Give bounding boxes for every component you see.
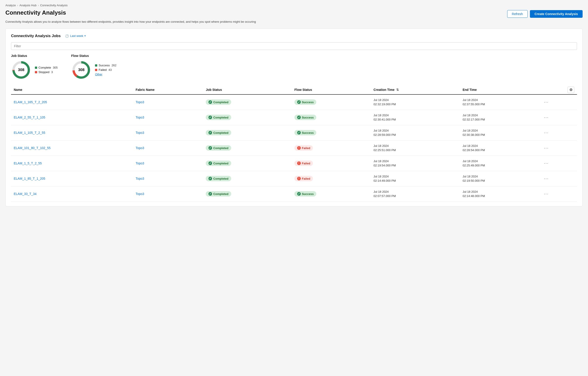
row-actions-button[interactable]: ··· xyxy=(543,115,550,120)
flow-status-total: 308 xyxy=(78,68,84,72)
time-filter-label: Last week xyxy=(70,34,83,38)
cell-actions[interactable]: ··· xyxy=(540,94,577,110)
cell-flow-status: ! Failed xyxy=(292,171,371,186)
success-dot xyxy=(95,64,97,67)
refresh-button[interactable]: Refresh xyxy=(507,10,528,18)
completed-icon: ✓ xyxy=(208,192,212,196)
cell-end-time: Jul 18 202402:37:55.000 PM xyxy=(460,94,540,110)
row-actions-button[interactable]: ··· xyxy=(543,191,550,197)
cell-end-time: Jul 18 202402:19:50.000 PM xyxy=(460,171,540,186)
table-row: ELAM_1_105_T_2_55 Topo3 ✓ Completed ✓ Su… xyxy=(11,125,577,140)
jobs-table-wrap: Name Fabric Name Job Status Flow Status … xyxy=(11,85,577,202)
success-value: 262 xyxy=(111,64,116,67)
cell-actions[interactable]: ··· xyxy=(540,140,577,156)
job-status-badge: ✓ Completed xyxy=(206,115,231,120)
table-row: ELAM_2_55_T_1_105 Topo3 ✓ Completed ✓ Su… xyxy=(11,110,577,125)
col-creation-time[interactable]: Creation Time ⇅ xyxy=(371,85,460,94)
flow-status-section: Flow Status 308 xyxy=(71,54,116,80)
flow-status-legend: Success 262 Failed 43 Other xyxy=(95,64,116,76)
cell-fabric[interactable]: Topo3 xyxy=(133,125,203,140)
job-status-total: 308 xyxy=(18,68,24,72)
cell-name[interactable]: ELAM_1_105_T_2_55 xyxy=(11,125,133,140)
breadcrumb: Analyze › Analysis Hub › Connectivity An… xyxy=(5,4,583,7)
completed-icon: ✓ xyxy=(208,161,212,165)
chevron-down-icon: ▾ xyxy=(84,34,86,37)
create-button[interactable]: Create Connectivity Analysis xyxy=(530,10,583,18)
cell-fabric[interactable]: Topo3 xyxy=(133,186,203,201)
cell-name[interactable]: ELAM_33_T_34 xyxy=(11,186,133,201)
time-filter-button[interactable]: 🕐 Last week ▾ xyxy=(63,33,87,39)
stopped-value: 3 xyxy=(51,70,53,74)
complete-value: 305 xyxy=(53,66,58,69)
table-row: ELAM_33_T_34 Topo3 ✓ Completed ✓ Success… xyxy=(11,186,577,201)
row-actions-button[interactable]: ··· xyxy=(543,161,550,166)
cell-job-status: ✓ Completed xyxy=(203,156,292,171)
cell-fabric[interactable]: Topo3 xyxy=(133,140,203,156)
flow-status-badge: ! Failed xyxy=(294,145,313,151)
job-legend-stopped: Stopped 3 xyxy=(35,70,58,74)
row-actions-button[interactable]: ··· xyxy=(543,145,550,151)
cell-actions[interactable]: ··· xyxy=(540,186,577,201)
cell-job-status: ✓ Completed xyxy=(203,140,292,156)
job-status-legend: Complete 305 Stopped 3 xyxy=(35,66,58,74)
cell-actions[interactable]: ··· xyxy=(540,171,577,186)
flow-legend-failed: Failed 43 xyxy=(95,68,116,72)
cell-fabric[interactable]: Topo3 xyxy=(133,94,203,110)
col-name: Name xyxy=(11,85,133,94)
table-header: Name Fabric Name Job Status Flow Status … xyxy=(11,85,577,94)
failed-value: 43 xyxy=(109,68,112,72)
stopped-dot xyxy=(35,71,37,73)
sort-icon: ⇅ xyxy=(396,88,399,92)
cell-name[interactable]: ELAM_101_80_T_102_55 xyxy=(11,140,133,156)
row-actions-button[interactable]: ··· xyxy=(543,99,550,105)
cell-fabric[interactable]: Topo3 xyxy=(133,156,203,171)
cell-job-status: ✓ Completed xyxy=(203,186,292,201)
cell-flow-status: ✓ Success xyxy=(292,125,371,140)
job-status-chart: 308 Complete 305 Stopped 3 xyxy=(11,60,58,80)
other-link[interactable]: Other xyxy=(95,73,102,76)
col-fabric: Fabric Name xyxy=(133,85,203,94)
card-header: Connectivity Analysis Jobs 🕐 Last week ▾ xyxy=(11,33,577,39)
cell-creation-time: Jul 18 202402:30:41.000 PM xyxy=(371,110,460,125)
cell-end-time: Jul 18 202402:28:54.000 PM xyxy=(460,140,540,156)
job-status-badge: ✓ Completed xyxy=(206,130,231,135)
completed-icon: ✓ xyxy=(208,115,212,119)
cell-actions[interactable]: ··· xyxy=(540,110,577,125)
cell-fabric[interactable]: Topo3 xyxy=(133,110,203,125)
card-title: Connectivity Analysis Jobs xyxy=(11,34,61,38)
table-row: ELAM_1_165_T_2_205 Topo3 ✓ Completed ✓ S… xyxy=(11,94,577,110)
cell-name[interactable]: ELAM_1_85_T_1_205 xyxy=(11,171,133,186)
cell-name[interactable]: ELAM_1_5_T_2_55 xyxy=(11,156,133,171)
jobs-table: Name Fabric Name Job Status Flow Status … xyxy=(11,85,577,202)
row-actions-button[interactable]: ··· xyxy=(543,130,550,136)
cell-actions[interactable]: ··· xyxy=(540,125,577,140)
flow-status-badge: ! Failed xyxy=(294,176,313,181)
flow-status-badge: ✓ Success xyxy=(294,115,316,120)
row-actions-button[interactable]: ··· xyxy=(543,176,550,181)
cell-job-status: ✓ Completed xyxy=(203,125,292,140)
gear-icon[interactable]: ⚙ xyxy=(567,87,574,93)
breadcrumb-analyze[interactable]: Analyze xyxy=(5,4,16,7)
breadcrumb-analysis-hub[interactable]: Analysis Hub xyxy=(19,4,36,7)
cell-fabric[interactable]: Topo3 xyxy=(133,171,203,186)
cell-name[interactable]: ELAM_1_165_T_2_205 xyxy=(11,94,133,110)
main-card: Connectivity Analysis Jobs 🕐 Last week ▾… xyxy=(5,29,583,207)
breadcrumb-connectivity: Connectivity Analysis xyxy=(40,4,67,7)
failed-dot xyxy=(95,69,97,71)
job-status-badge: ✓ Completed xyxy=(206,145,231,151)
flow-status-badge: ✓ Success xyxy=(294,99,316,105)
complete-dot xyxy=(35,67,37,69)
job-status-donut: 308 xyxy=(11,60,31,80)
col-settings: ⚙ xyxy=(540,85,577,94)
cell-job-status: ✓ Completed xyxy=(203,171,292,186)
page-container: Analyze › Analysis Hub › Connectivity An… xyxy=(0,0,588,376)
completed-icon: ✓ xyxy=(208,146,212,150)
cell-actions[interactable]: ··· xyxy=(540,156,577,171)
col-job-status: Job Status xyxy=(203,85,292,94)
cell-name[interactable]: ELAM_2_55_T_1_105 xyxy=(11,110,133,125)
cell-job-status: ✓ Completed xyxy=(203,94,292,110)
cell-flow-status: ! Failed xyxy=(292,140,371,156)
flow-status-badge: ✓ Success xyxy=(294,130,316,135)
filter-input[interactable] xyxy=(11,42,577,50)
cell-job-status: ✓ Completed xyxy=(203,110,292,125)
